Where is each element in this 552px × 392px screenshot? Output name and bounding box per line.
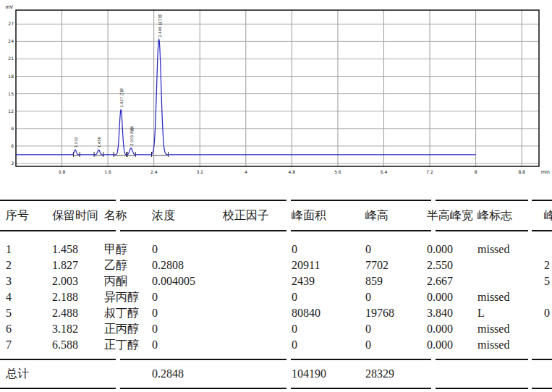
y-tick-label: 12 — [8, 108, 14, 114]
table-cell: 20911 — [286, 259, 362, 272]
table-cell: 2439 — [286, 275, 362, 288]
y-tick-label: 18 — [8, 74, 14, 79]
table-cell: 0.000 — [423, 291, 475, 304]
x-tick-label: 2.4 — [150, 169, 158, 174]
table-cell: 0.000 — [423, 338, 475, 351]
column-header: 峰 — [540, 208, 552, 223]
table-cell: 0.000 — [423, 243, 475, 256]
table-cell: 19768 — [362, 307, 423, 320]
table-cell: 2.003 — [46, 275, 101, 288]
plot-border — [16, 10, 539, 166]
table-cell: 3 — [0, 275, 46, 288]
x-tick-label: 8.8 — [518, 169, 525, 174]
column-header: 峰标志 — [475, 208, 540, 223]
table-cell: 0 — [362, 338, 423, 351]
table-cell: 6 — [0, 323, 46, 336]
table-cell: 4 — [0, 291, 46, 304]
peak-results-table: 序号保留时间名称浓度校正因子峰面积峰高半高峰宽峰标志峰 11.458甲醇0000… — [0, 195, 552, 389]
chromatogram-plot: 0.81.62.43.244.85.66.47.288.836912151821… — [0, 0, 552, 181]
y-tick-label: 24 — [8, 38, 14, 43]
y-tick-label: 3 — [11, 161, 14, 166]
table-cell: 0 — [540, 307, 552, 320]
y-tick-label: 6 — [11, 143, 14, 148]
table-cell: 2.550 — [423, 259, 475, 272]
x-tick-label: 6.4 — [381, 169, 388, 174]
table-cell: 0 — [148, 338, 217, 351]
column-header: 半高峰宽 — [423, 208, 475, 223]
table-cell: 0.2808 — [148, 259, 217, 272]
column-header: 校正因子 — [217, 208, 286, 223]
table-cell: 0.004005 — [148, 275, 217, 288]
column-header: 名称 — [101, 208, 148, 223]
table-cell: 5 — [0, 307, 46, 320]
table-cell: 0 — [286, 243, 362, 256]
table-cell: 0 — [148, 307, 217, 320]
peak-label: 1.827 乙醇 — [119, 88, 124, 108]
peak-label: 1.458 — [97, 137, 101, 148]
table-row: 11.458甲醇0000.000missed — [0, 242, 552, 257]
table-cell: 乙醇 — [101, 258, 148, 273]
table-row: 32.003丙酮0.00400524398592.6675 — [0, 273, 552, 289]
table-cell: missed — [475, 338, 540, 351]
column-header: 峰面积 — [286, 208, 362, 223]
table-row: 63.182正丙醇0000.000missed — [0, 321, 552, 337]
table-cell: 2.488 — [46, 307, 101, 320]
x-tick-label: 7.2 — [426, 169, 433, 174]
table-cell: missed — [475, 323, 540, 336]
table-cell: 2.188 — [46, 291, 101, 304]
table-cell: 0 — [286, 338, 362, 351]
table-cell: 异丙醇 — [101, 290, 148, 305]
table-rule-bottom — [0, 388, 552, 389]
table-cell: 7 — [0, 338, 46, 351]
total-label: 总计 — [0, 367, 46, 382]
table-cell: missed — [475, 243, 540, 256]
table-cell: 2.667 — [423, 275, 475, 288]
peak-label: 1.032 — [74, 137, 78, 148]
table-cell: 2 — [540, 259, 552, 272]
table-cell: 0 — [286, 291, 362, 304]
table-cell: 1.827 — [46, 259, 101, 272]
table-cell: 叔丁醇 — [101, 306, 148, 321]
table-cell: 正丙醇 — [101, 322, 148, 337]
table-cell: 3.840 — [423, 307, 475, 320]
chromatography-report-page: 0.81.62.43.244.85.66.47.288.836912151821… — [0, 0, 552, 392]
y-tick-label: 21 — [8, 56, 14, 61]
table-cell: L — [475, 307, 540, 320]
table-cell: 0 — [362, 291, 423, 304]
column-header: 浓度 — [148, 208, 217, 223]
table-header-row: 序号保留时间名称浓度校正因子峰面积峰高半高峰宽峰标志峰 — [0, 201, 552, 230]
table-cell: 丙酮 — [101, 274, 148, 289]
table-cell: 5 — [540, 275, 552, 288]
table-cell: 2 — [0, 259, 46, 272]
table-cell: 7702 — [362, 259, 423, 272]
table-body: 11.458甲醇0000.000missed21.827乙醇0.28082091… — [0, 242, 552, 353]
y-axis-unit-label: mV — [5, 4, 13, 10]
x-tick-label: 4 — [245, 169, 247, 174]
table-row: 21.827乙醇0.28082091177022.5502 — [0, 257, 552, 273]
x-axis-unit-label: min — [541, 169, 550, 175]
x-tick-label: 3.2 — [196, 169, 203, 174]
column-header: 保留时间 — [46, 208, 101, 223]
table-cell: 正丁醇 — [101, 338, 148, 353]
table-cell: 0.000 — [423, 323, 475, 336]
table-cell: 859 — [362, 275, 423, 288]
table-cell: 0 — [286, 323, 362, 336]
table-cell: 甲醇 — [101, 242, 148, 257]
table-cell: missed — [475, 291, 540, 304]
table-cell: 0 — [148, 243, 217, 256]
y-tick-label: 9 — [11, 126, 14, 131]
table-cell: 1.458 — [46, 243, 101, 256]
table-cell: 1 — [0, 243, 46, 256]
table-row: 76.588正丁醇0000.000missed — [0, 337, 552, 353]
column-header: 峰高 — [362, 208, 423, 223]
x-tick-label: 4.8 — [289, 169, 296, 174]
table-cell: 0 — [362, 243, 423, 256]
table-row: 52.488叔丁醇080840197683.840L0 — [0, 305, 552, 321]
y-tick-label: 15 — [8, 91, 14, 96]
peak-label: 2.488 叔丁醇 — [158, 14, 163, 38]
y-tick-label: 27 — [8, 21, 14, 26]
table-row: 42.188异丙醇0000.000missed — [0, 289, 552, 305]
table-total-row: 总计0.284810419028329 — [0, 360, 552, 388]
table-cell: 6.588 — [46, 338, 101, 351]
total-cell: 0.2848 — [148, 367, 217, 380]
